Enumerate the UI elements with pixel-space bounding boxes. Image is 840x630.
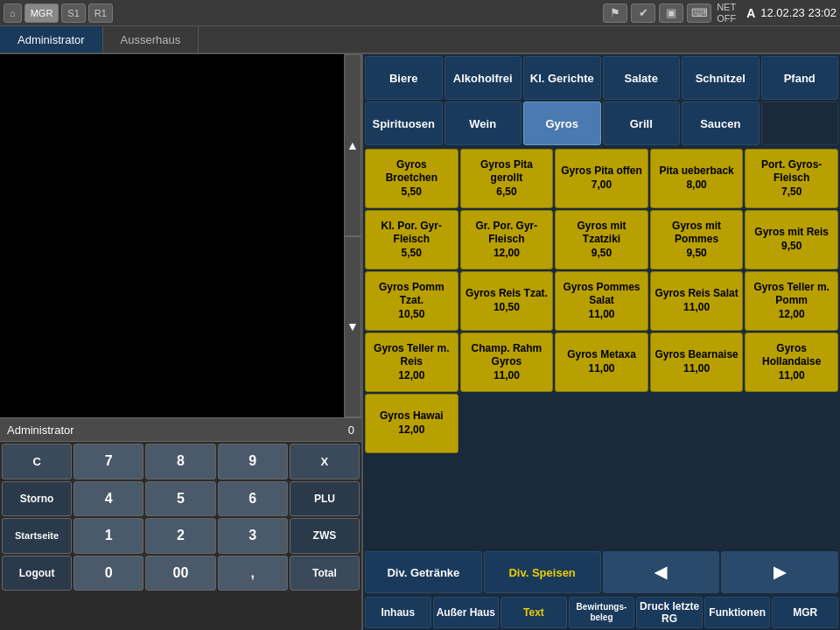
cat-spirituosen[interactable]: Spirituosen [365, 102, 443, 145]
ausser-haus-button[interactable]: Außer Haus [433, 597, 500, 628]
right-panel: Biere Alkoholfrei Kl. Gerichte Salate Sc… [363, 54, 840, 630]
num-2[interactable]: 2 [145, 518, 215, 554]
num-7[interactable]: 7 [74, 444, 144, 480]
flag-icon[interactable]: ⚑ [603, 4, 627, 23]
item-btn-6[interactable]: Gr. Por. Gyr-Fleisch12,00 [460, 210, 554, 270]
item-btn-13[interactable]: Gyros Reis Salat11,00 [650, 271, 744, 331]
item-btn-2[interactable]: Gyros Pita offen7,00 [555, 149, 648, 208]
num-00[interactable]: 00 [145, 556, 215, 592]
cat-biere[interactable]: Biere [365, 56, 443, 100]
order-display [0, 54, 344, 417]
tab-bar: Administrator Ausserhaus [0, 26, 840, 54]
item-btn-7[interactable]: Gyros mit Tzatziki9,50 [555, 210, 648, 270]
item-btn-12[interactable]: Gyros Pommes Salat11,00 [555, 271, 648, 331]
num-9[interactable]: 9 [218, 444, 288, 480]
cat-alkoholfrei[interactable]: Alkoholfrei [444, 56, 522, 100]
item-btn-17[interactable]: Gyros Metaxa11,00 [555, 332, 648, 392]
logout-button[interactable]: Logout [2, 556, 72, 592]
mgr-bottom-button[interactable]: MGR [772, 597, 838, 628]
item-btn-14[interactable]: Gyros Teller m. Pomm12,00 [745, 271, 838, 331]
num-4[interactable]: 4 [74, 481, 144, 517]
item-btn-16[interactable]: Champ. Rahm Gyros11,00 [460, 332, 554, 392]
category-tabs: Biere Alkoholfrei Kl. Gerichte Salate Sc… [363, 54, 840, 147]
item-btn-3[interactable]: Pita ueberback8,00 [650, 149, 744, 208]
item-btn-1[interactable]: Gyros Pita gerollt6,50 [460, 149, 554, 208]
plu-button[interactable]: PLU [290, 481, 360, 517]
status-bar: Administrator 0 [0, 417, 361, 442]
tab-administrator[interactable]: Administrator [0, 26, 103, 52]
top-datetime: 12.02.23 23:02 [760, 6, 836, 19]
top-letter: A [746, 6, 755, 20]
prev-button[interactable]: ◀ [603, 551, 720, 593]
main-layout: ▲ ▼ Administrator 0 C 7 8 9 X Storno 4 5… [0, 54, 840, 630]
funktionen-button[interactable]: Funktionen [704, 597, 771, 628]
num-6[interactable]: 6 [218, 481, 288, 517]
check-icon[interactable]: ✔ [631, 4, 655, 23]
item-btn-9[interactable]: Gyros mit Reis9,50 [745, 210, 838, 270]
cat-empty [761, 102, 839, 145]
top-bar: ⌂ MGR S1 R1 ⚑ ✔ ▣ ⌨ NETOFF A 12.02.23 23… [0, 0, 840, 26]
home-button[interactable]: ⌂ [4, 4, 22, 23]
storno-button[interactable]: Storno [2, 481, 72, 517]
cat-saucen[interactable]: Saucen [682, 102, 760, 145]
monitor-icon[interactable]: ▣ [659, 4, 683, 23]
druck-letzte-button[interactable]: Druck letzte RG [636, 597, 703, 628]
num-5[interactable]: 5 [145, 481, 215, 517]
comma-button[interactable]: , [218, 556, 288, 592]
item-btn-0[interactable]: Gyros Broetchen5,50 [365, 149, 458, 208]
startseite-button[interactable]: Startseite [2, 518, 72, 554]
items-grid: Gyros Broetchen5,50Gyros Pita gerollt6,5… [363, 147, 840, 550]
scroll-up-button[interactable]: ▲ [344, 54, 361, 236]
item-btn-15[interactable]: Gyros Teller m. Reis12,00 [365, 332, 458, 392]
bewirtungs-button[interactable]: Bewirtungs-beleg [569, 597, 635, 628]
zws-button[interactable]: ZWS [290, 518, 360, 554]
status-number: 0 [348, 424, 354, 437]
num-8[interactable]: 8 [145, 444, 215, 480]
item-btn-10[interactable]: Gyros Pomm Tzat.10,50 [365, 271, 458, 331]
next-button[interactable]: ▶ [721, 551, 838, 593]
top-icons: ⚑ ✔ ▣ ⌨ [603, 4, 711, 23]
inhaus-button[interactable]: Inhaus [365, 597, 431, 628]
keyboard-icon[interactable]: ⌨ [687, 4, 711, 23]
scroll-down-button[interactable]: ▼ [344, 236, 361, 418]
cat-wein[interactable]: Wein [444, 102, 522, 145]
order-area: ▲ ▼ [0, 54, 361, 417]
bottom-bar: Inhaus Außer Haus Text Bewirtungs-beleg … [363, 595, 840, 630]
div-getraenke-button[interactable]: Div. Getränke [365, 551, 482, 593]
s1-button[interactable]: S1 [61, 4, 85, 23]
clear-button[interactable]: C [2, 444, 72, 480]
status-name: Administrator [7, 424, 348, 437]
r1-button[interactable]: R1 [88, 4, 113, 23]
cat-grill[interactable]: Grill [603, 102, 681, 145]
item-btn-11[interactable]: Gyros Reis Tzat.10,50 [460, 271, 554, 331]
item-btn-20[interactable]: Gyros Hawai12,00 [365, 394, 458, 453]
cat-pfand[interactable]: Pfand [761, 56, 839, 100]
bottom-actions: Div. Getränke Div. Speisen ◀ ▶ [363, 550, 840, 595]
tab-ausserhaus[interactable]: Ausserhaus [103, 26, 200, 52]
total-button[interactable]: Total [290, 556, 360, 592]
scroll-buttons: ▲ ▼ [344, 54, 361, 417]
item-btn-4[interactable]: Port. Gyros-Fleisch7,50 [745, 149, 838, 208]
cat-salate[interactable]: Salate [603, 56, 681, 100]
text-button[interactable]: Text [500, 597, 567, 628]
numpad: C 7 8 9 X Storno 4 5 6 PLU Startseite 1 … [0, 442, 361, 630]
mgr-button[interactable]: MGR [24, 4, 60, 23]
x-button[interactable]: X [290, 444, 360, 480]
cat-kl-gerichte[interactable]: Kl. Gerichte [523, 56, 601, 100]
net-off-label: NETOFF [717, 2, 736, 23]
cat-gyros[interactable]: Gyros [523, 102, 601, 145]
item-btn-19[interactable]: Gyros Hollandaise11,00 [745, 332, 838, 392]
num-1[interactable]: 1 [74, 518, 144, 554]
cat-schnitzel[interactable]: Schnitzel [682, 56, 760, 100]
item-btn-8[interactable]: Gyros mit Pommes9,50 [650, 210, 744, 270]
item-btn-5[interactable]: Kl. Por. Gyr-Fleisch5,50 [365, 210, 458, 270]
num-3[interactable]: 3 [218, 518, 288, 554]
left-panel: ▲ ▼ Administrator 0 C 7 8 9 X Storno 4 5… [0, 54, 363, 630]
div-speisen-button[interactable]: Div. Speisen [484, 551, 601, 593]
num-0[interactable]: 0 [74, 556, 144, 592]
item-btn-18[interactable]: Gyros Bearnaise11,00 [650, 332, 744, 392]
